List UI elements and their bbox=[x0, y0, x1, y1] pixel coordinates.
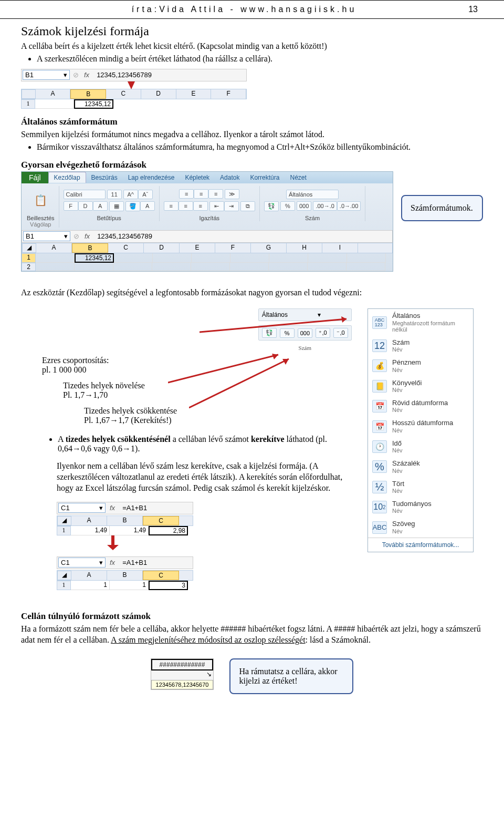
fm-item-short-date[interactable]: 📅Rövid dátumformaNév bbox=[368, 396, 473, 416]
fx-icon[interactable]: fx bbox=[81, 71, 92, 79]
section1-title: Számok kijelzési formája bbox=[21, 24, 483, 38]
comma-icon[interactable]: 000 bbox=[297, 201, 311, 211]
section1-bullet1: A szerkesztőlécen mindig a beírt értéket… bbox=[37, 54, 483, 64]
svg-marker-7 bbox=[107, 535, 119, 550]
section1-p1: A cellába beírt és a kijelzett érték leh… bbox=[21, 41, 483, 52]
hash-error-cell: ############# ↘ 12345678,12345670 bbox=[151, 658, 214, 690]
header-author: írta:Vida Attila - www.hansagiisk.hu bbox=[26, 5, 462, 14]
section3-title: Gyorsan elvégezhető formázások bbox=[21, 160, 483, 170]
excel-ribbon: Fájl Kezdőlap Beszúrás Lap elrendezése K… bbox=[21, 171, 393, 272]
number-format-dropdown[interactable]: Általános bbox=[286, 190, 339, 199]
fm-item-fraction[interactable]: ½TörtNév bbox=[368, 477, 473, 497]
fill-icon[interactable]: 🪣 bbox=[125, 201, 140, 211]
fm-item-scientific[interactable]: 102TudományosNév bbox=[368, 497, 473, 517]
svg-marker-2 bbox=[341, 316, 346, 323]
svg-marker-0 bbox=[128, 81, 135, 89]
page-header: írta:Vida Attila - www.hansagiisk.hu 13 bbox=[0, 0, 504, 19]
fm-item-percent[interactable]: %SzázalékNév bbox=[368, 457, 473, 477]
section5-title: Cellán túlnyúló formázott számok bbox=[21, 611, 483, 622]
fm-item-currency[interactable]: 💰PénznemNév bbox=[368, 356, 473, 376]
svg-line-1 bbox=[200, 319, 346, 332]
currency-icon[interactable]: 💱 bbox=[264, 201, 279, 211]
fm-item-time[interactable]: 🕐IdőNév bbox=[368, 437, 473, 457]
decrease-decimal-icon[interactable]: .0→.00 bbox=[337, 201, 361, 211]
border-icon[interactable]: ▦ bbox=[109, 201, 124, 211]
column-headers[interactable]: A B C D E F bbox=[21, 89, 247, 99]
fm-item-number[interactable]: 12SzámNév bbox=[368, 336, 473, 356]
number-format-menu: ABC123ÁltalánosMeghatározott formátum né… bbox=[368, 308, 474, 552]
ribbon-tabs: Fájl Kezdőlap Beszúrás Lap elrendezése K… bbox=[22, 172, 393, 183]
tizedes-csokkentes: Tizedes helyek csökkentése Pl. 1,67→1,7 … bbox=[84, 406, 357, 425]
callout-szamformatumok: Számformátumok. bbox=[401, 195, 483, 221]
cell-b1[interactable]: 12345,12 bbox=[74, 99, 113, 109]
section2-bullet: Bármikor visszaválthatsz általános számf… bbox=[37, 142, 483, 152]
section2-p: Semmilyen kijelzési formátumot nincs meg… bbox=[21, 129, 483, 140]
page-number: 13 bbox=[462, 5, 478, 14]
section5-p: Ha a formázott szám nem fér bele a cellá… bbox=[21, 624, 483, 646]
callout-tooltip: Ha rámutatsz a cellára, akkor kijelzi az… bbox=[229, 658, 353, 694]
section2-title: Általános számformátum bbox=[21, 117, 483, 127]
tab-file[interactable]: Fájl bbox=[22, 172, 48, 183]
fm-item-long-date[interactable]: 📅Hosszú dátumformaNév bbox=[368, 416, 473, 436]
tooltip-value: 12345678,12345670 bbox=[151, 680, 214, 689]
fm-item-text[interactable]: ABCSzövegNév bbox=[368, 517, 473, 537]
merge-icon[interactable]: ⧉ bbox=[240, 201, 255, 211]
name-box[interactable]: B1▾ bbox=[23, 70, 70, 80]
tab-home[interactable]: Kezdőlap bbox=[48, 172, 86, 183]
increase-decimal-icon[interactable]: .00→.0 bbox=[313, 201, 337, 211]
svg-line-5 bbox=[189, 359, 289, 408]
font-color-icon[interactable]: A bbox=[140, 201, 155, 211]
section4-p1: Ilyenkor nem a cellában lévő szám lesz k… bbox=[57, 461, 357, 493]
fm-item-accounting[interactable]: 📒KönyvelőiNév bbox=[368, 376, 473, 396]
section3-p-after: Az eszköztár (Kezdőlap) segítségével a l… bbox=[21, 287, 483, 298]
fm-more-formats[interactable]: További számformátumok... bbox=[368, 538, 473, 552]
formula-value[interactable]: 12345,123456789 bbox=[92, 70, 156, 79]
fm-item-general[interactable]: ABC123ÁltalánosMeghatározott formátum né… bbox=[368, 309, 473, 335]
section4-bullet: A tizedes helyek csökkentésénél a celláb… bbox=[58, 435, 357, 453]
percent-icon[interactable]: % bbox=[280, 201, 295, 211]
grid-row: 1 12345,12 bbox=[21, 99, 247, 109]
